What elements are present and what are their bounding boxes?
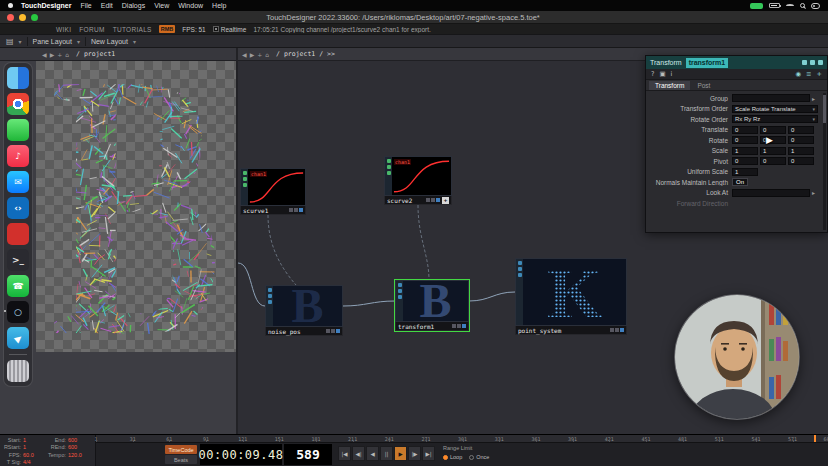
- info-icon[interactable]: i: [671, 70, 673, 78]
- node-button-icon[interactable]: [268, 288, 272, 292]
- forward-icon[interactable]: ▶: [50, 51, 55, 58]
- param-field[interactable]: 0: [788, 157, 814, 165]
- realtime-toggle[interactable]: Realtime: [213, 26, 247, 33]
- operator-name-chip[interactable]: transform1: [686, 58, 729, 68]
- node-flag-icon[interactable]: [294, 208, 298, 212]
- timeline-ruler[interactable]: 1316191121151181211241271301331361391421…: [96, 435, 828, 443]
- node-button-icon[interactable]: [387, 159, 391, 163]
- mode-loop[interactable]: Loop: [443, 454, 462, 460]
- add-icon[interactable]: +: [57, 51, 62, 58]
- scrollbar-thumb[interactable]: [823, 95, 826, 123]
- viewer-pane[interactable]: ◀ ▶ + ⌂ / project1 B: [0, 48, 236, 434]
- forward-icon[interactable]: ▶: [250, 51, 255, 58]
- node-name[interactable]: scurve1: [243, 207, 268, 214]
- play-reverse-button[interactable]: ◀: [366, 446, 379, 461]
- menu-item-window[interactable]: Window: [178, 2, 203, 9]
- setting-value[interactable]: 600: [68, 437, 92, 443]
- node-scurve1[interactable]: chan1scurve1: [240, 168, 306, 215]
- dock-icon-mail[interactable]: ✉: [7, 171, 29, 193]
- node-flag-icon[interactable]: [326, 329, 330, 333]
- node-add-icon[interactable]: +: [442, 197, 449, 204]
- link-forum[interactable]: FORUM: [79, 26, 104, 33]
- node-button-icon[interactable]: [243, 177, 247, 181]
- menu-item-edit[interactable]: Edit: [101, 2, 113, 9]
- beats-mode-button[interactable]: Beats: [165, 455, 197, 464]
- node-flag-icon[interactable]: [299, 208, 303, 212]
- step-forward-button[interactable]: |▶: [408, 446, 421, 461]
- param-dropdown[interactable]: Rx Ry Rz▾: [732, 115, 818, 123]
- minimize-button[interactable]: [19, 14, 26, 21]
- control-center-icon[interactable]: [811, 3, 820, 9]
- dock-icon-vscode[interactable]: ‹›: [7, 197, 29, 219]
- python-icon[interactable]: ◉: [795, 70, 801, 78]
- menu-item-view[interactable]: View: [154, 2, 169, 9]
- node-flag-icon[interactable]: [426, 198, 430, 202]
- menu-item-dialogs[interactable]: Dialogs: [122, 2, 145, 9]
- setting-value[interactable]: 1: [23, 444, 47, 450]
- expand-arrow-icon[interactable]: ▸: [812, 189, 815, 196]
- viewer-pane-path[interactable]: / project1: [76, 50, 115, 58]
- node-button-icon[interactable]: [518, 261, 522, 265]
- param-field[interactable]: 0: [760, 157, 786, 165]
- link-wiki[interactable]: WIKI: [56, 26, 71, 33]
- apple-menu-icon[interactable]: [8, 3, 13, 8]
- network-pane-path[interactable]: / project1 / >>: [276, 50, 335, 58]
- frame-counter[interactable]: 589: [284, 444, 332, 465]
- node-button-icon[interactable]: [243, 183, 247, 187]
- menu-item-file[interactable]: File: [80, 2, 91, 9]
- playhead[interactable]: [814, 435, 816, 442]
- add-icon[interactable]: +: [817, 70, 822, 78]
- setting-value[interactable]: 120.0: [68, 452, 92, 458]
- setting-value[interactable]: 4/4: [23, 459, 47, 465]
- pop-out-icon[interactable]: [810, 60, 815, 65]
- node-scurve2[interactable]: chan1scurve2+: [384, 156, 452, 205]
- dock-icon-whatsapp[interactable]: ☎: [7, 275, 29, 297]
- back-icon[interactable]: ◀: [242, 51, 247, 58]
- viewer-icon[interactable]: ▣: [659, 70, 665, 78]
- zoom-button[interactable]: [31, 14, 38, 21]
- node-noise_pos[interactable]: Bnoise_pos: [265, 285, 343, 336]
- home-icon[interactable]: ⌂: [65, 51, 69, 58]
- node-flag-icon[interactable]: [436, 198, 440, 202]
- node-flag-icon[interactable]: [615, 328, 619, 332]
- node-button-icon[interactable]: [398, 289, 402, 293]
- timecode-mode-button[interactable]: TimeCode: [165, 445, 197, 454]
- dock-icon-terminal[interactable]: >_: [7, 249, 29, 271]
- chevron-down-icon[interactable]: ▾: [19, 38, 22, 45]
- node-flag-icon[interactable]: [610, 328, 614, 332]
- menu-item-touchdesigner[interactable]: TouchDesigner: [21, 2, 71, 9]
- param-field[interactable]: 0: [760, 136, 786, 144]
- node-button-icon[interactable]: [387, 171, 391, 175]
- dock-icon-telegram[interactable]: ▶: [7, 327, 29, 349]
- close-button[interactable]: [7, 14, 14, 21]
- param-field[interactable]: 1: [732, 147, 758, 155]
- node-name[interactable]: noise_pos: [268, 328, 301, 335]
- expand-arrow-icon[interactable]: ▸: [812, 95, 815, 102]
- node-transform1[interactable]: Btransform1: [395, 280, 469, 331]
- dock-icon-touchdesigner[interactable]: ○: [7, 301, 29, 323]
- node-button-icon[interactable]: [243, 171, 247, 175]
- help-icon[interactable]: ?: [651, 70, 654, 78]
- setting-value[interactable]: [68, 459, 92, 465]
- node-flag-icon[interactable]: [462, 324, 466, 328]
- pin-icon[interactable]: [802, 60, 807, 65]
- battery-icon[interactable]: [769, 3, 780, 8]
- screen-recording-indicator[interactable]: [750, 3, 763, 9]
- search-icon[interactable]: [800, 3, 805, 8]
- chevron-down-icon[interactable]: ▾: [77, 38, 80, 45]
- dock-icon-trash[interactable]: [7, 360, 29, 382]
- node-flag-icon[interactable]: [457, 324, 461, 328]
- dock-icon-chrome[interactable]: [7, 93, 29, 115]
- node-flag-icon[interactable]: [452, 324, 456, 328]
- setting-value[interactable]: 60.0: [23, 452, 47, 458]
- param-field[interactable]: [732, 189, 810, 197]
- wifi-icon[interactable]: [786, 4, 794, 8]
- node-button-icon[interactable]: [518, 267, 522, 271]
- pane-layout-dropdown[interactable]: Pane Layout: [33, 38, 72, 45]
- chevron-down-icon[interactable]: ▾: [133, 38, 136, 45]
- add-icon[interactable]: +: [257, 51, 262, 58]
- jump-start-button[interactable]: |◀: [338, 446, 351, 461]
- node-button-icon[interactable]: [268, 300, 272, 304]
- layout-grid-icon[interactable]: ▤: [6, 37, 14, 46]
- step-back-button[interactable]: ◀|: [352, 446, 365, 461]
